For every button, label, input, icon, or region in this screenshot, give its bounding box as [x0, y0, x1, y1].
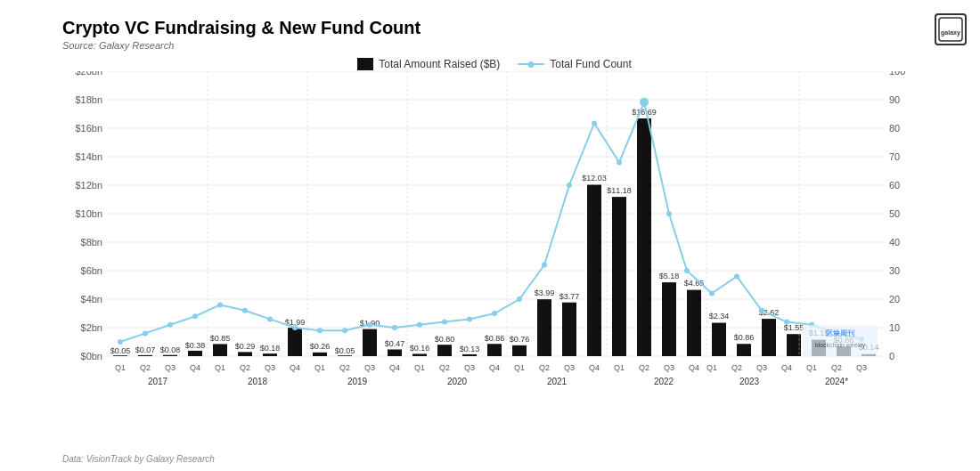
svg-text:Q4: Q4 — [389, 363, 400, 372]
svg-point-100 — [192, 313, 198, 319]
svg-text:$0.18: $0.18 — [260, 344, 281, 353]
svg-text:Q2: Q2 — [639, 363, 649, 372]
svg-rect-37 — [163, 355, 177, 356]
svg-text:Q3: Q3 — [364, 363, 375, 372]
svg-text:70: 70 — [889, 151, 900, 162]
svg-text:Q2: Q2 — [240, 363, 250, 372]
svg-text:$12.03: $12.03 — [582, 174, 607, 183]
fund-count-line — [120, 102, 862, 342]
svg-text:60: 60 — [889, 180, 900, 191]
svg-point-101 — [217, 302, 223, 307]
svg-text:40: 40 — [889, 237, 900, 248]
svg-rect-54 — [587, 185, 601, 356]
svg-text:Q4: Q4 — [489, 363, 500, 372]
svg-text:Q4: Q4 — [689, 363, 699, 372]
svg-text:$0.86: $0.86 — [734, 333, 755, 342]
svg-text:Q3: Q3 — [856, 363, 867, 372]
svg-text:$0.05: $0.05 — [335, 346, 355, 355]
svg-text:$0.26: $0.26 — [310, 342, 331, 351]
svg-rect-56 — [637, 118, 651, 356]
svg-text:Q4: Q4 — [290, 363, 300, 372]
svg-text:$10bn: $10bn — [75, 208, 102, 219]
svg-text:$0.86: $0.86 — [485, 334, 505, 343]
svg-point-123 — [759, 308, 764, 313]
y-axis-left: $0bn $2bn $4bn $6bn $8bn $10bn $12bn $14… — [75, 71, 102, 361]
svg-text:Q1: Q1 — [806, 363, 817, 372]
svg-text:$0.80: $0.80 — [435, 335, 455, 344]
svg-point-115 — [567, 183, 572, 188]
svg-point-104 — [292, 325, 298, 330]
svg-text:Q3: Q3 — [265, 363, 275, 372]
legend-line-item: Total Fund Count — [518, 58, 631, 70]
svg-rect-46 — [388, 349, 402, 356]
svg-rect-57 — [662, 282, 676, 356]
svg-text:Q3: Q3 — [464, 363, 475, 372]
svg-rect-45 — [363, 329, 377, 356]
svg-point-103 — [267, 316, 273, 321]
legend-line-label: Total Fund Count — [550, 58, 631, 70]
svg-text:Q2: Q2 — [439, 363, 450, 372]
svg-text:$0.08: $0.08 — [160, 345, 181, 354]
svg-text:Q1: Q1 — [314, 363, 325, 372]
svg-text:$0bn: $0bn — [81, 351, 102, 361]
svg-text:2021: 2021 — [547, 377, 568, 386]
bars — [113, 118, 876, 356]
svg-text:Q4: Q4 — [589, 363, 600, 372]
chart-source: Source: Galaxy Research — [62, 40, 927, 51]
svg-rect-61 — [762, 319, 776, 356]
svg-text:$3.77: $3.77 — [559, 292, 580, 301]
svg-rect-49 — [462, 354, 477, 356]
svg-rect-42 — [288, 328, 302, 356]
svg-rect-52 — [537, 299, 551, 356]
svg-text:Q3: Q3 — [564, 363, 575, 372]
svg-rect-53 — [562, 303, 576, 356]
svg-text:Q4: Q4 — [781, 363, 792, 372]
svg-text:区块周刊: 区块周刊 — [826, 329, 854, 337]
svg-point-124 — [784, 320, 789, 325]
svg-text:30: 30 — [889, 265, 900, 276]
svg-text:$0.47: $0.47 — [385, 339, 405, 348]
svg-text:$0.07: $0.07 — [135, 345, 156, 354]
svg-text:$16bn: $16bn — [75, 123, 102, 134]
svg-text:$0.16: $0.16 — [410, 344, 430, 353]
chart-container: Crypto VC Fundraising & New Fund Count S… — [0, 0, 980, 471]
svg-rect-50 — [487, 344, 502, 356]
svg-text:2019: 2019 — [347, 377, 368, 386]
svg-text:90: 90 — [889, 94, 900, 105]
footer-text: Data: VisionTrack by Galaxy Research — [62, 454, 215, 464]
svg-text:Q1: Q1 — [706, 363, 717, 372]
chart-title: Crypto VC Fundraising & New Fund Count — [62, 18, 927, 38]
svg-text:2020: 2020 — [447, 377, 468, 386]
svg-point-114 — [542, 263, 547, 268]
svg-point-117 — [617, 159, 622, 165]
svg-rect-35 — [113, 355, 127, 356]
svg-text:$5.18: $5.18 — [659, 272, 680, 280]
svg-rect-39 — [213, 344, 227, 356]
svg-text:$2bn: $2bn — [81, 322, 102, 333]
svg-point-113 — [517, 296, 522, 302]
svg-point-102 — [242, 308, 248, 313]
svg-point-108 — [392, 325, 397, 330]
svg-text:$0.05: $0.05 — [110, 346, 131, 355]
svg-point-120 — [684, 268, 690, 273]
svg-point-109 — [417, 322, 422, 328]
svg-text:50: 50 — [889, 208, 900, 219]
svg-text:2023: 2023 — [739, 377, 760, 386]
svg-rect-55 — [612, 197, 626, 356]
svg-rect-36 — [138, 355, 152, 356]
svg-text:$0.38: $0.38 — [185, 341, 206, 350]
svg-text:2017: 2017 — [148, 377, 168, 386]
svg-text:100: 100 — [889, 71, 905, 77]
svg-text:Q2: Q2 — [539, 363, 550, 372]
svg-point-111 — [467, 316, 472, 321]
svg-text:$11.18: $11.18 — [607, 186, 632, 195]
svg-rect-38 — [188, 351, 202, 356]
svg-point-97 — [118, 339, 123, 345]
svg-text:$0.76: $0.76 — [510, 335, 530, 344]
svg-rect-51 — [512, 345, 527, 356]
svg-point-118 — [640, 98, 649, 107]
legend-bar-label: Total Amount Raised ($B) — [379, 58, 500, 70]
svg-text:2018: 2018 — [248, 377, 268, 386]
svg-rect-60 — [737, 344, 751, 356]
svg-text:Q1: Q1 — [115, 363, 126, 372]
